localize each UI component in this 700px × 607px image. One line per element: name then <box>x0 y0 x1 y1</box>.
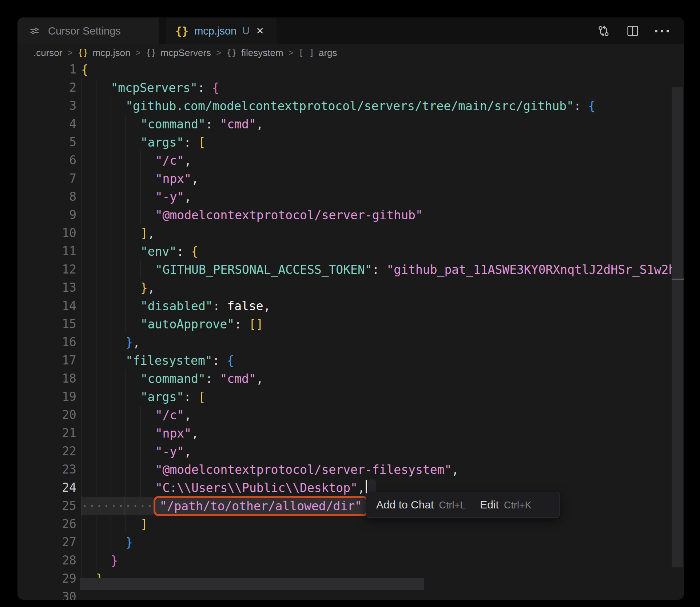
vertical-scrollbar[interactable] <box>672 87 683 567</box>
code-line[interactable]: 7"npx", <box>17 169 684 188</box>
code-content: "args": [ <box>81 388 206 406</box>
code-line[interactable]: 27} <box>17 533 684 551</box>
breadcrumb-item-filesystem[interactable]: {}filesystem <box>226 47 283 59</box>
code-editor[interactable]: 1{2"mcpServers": {3"github.com/modelcont… <box>17 60 684 600</box>
breadcrumb-label: .cursor <box>33 47 62 59</box>
code-line[interactable]: 4"command": "cmd", <box>17 115 684 133</box>
code-token: ] <box>140 226 148 240</box>
code-token: "@modelcontextprotocol/server-github" <box>155 208 423 222</box>
code-line[interactable]: 1{ <box>17 60 684 79</box>
breadcrumb-item-mcpServers[interactable]: {}mcpServers <box>146 47 211 59</box>
indent-guide <box>81 79 96 97</box>
tab-mcp-json[interactable]: {} mcp.json U ✕ <box>166 17 277 44</box>
code-content: ] <box>81 515 148 533</box>
indent-guide <box>96 297 111 315</box>
edit-button[interactable]: Edit Ctrl+K <box>480 499 531 511</box>
code-line[interactable]: 22"-y", <box>17 442 684 460</box>
tab-label: mcp.json <box>194 25 236 37</box>
code-line[interactable]: 10], <box>17 224 684 242</box>
line-number: 22 <box>32 442 76 460</box>
code-token: "@modelcontextprotocol/server-filesystem… <box>155 463 452 477</box>
code-content: "-y", <box>81 442 191 460</box>
code-line[interactable]: 12"GITHUB_PERSONAL_ACCESS_TOKEN": "githu… <box>17 260 684 279</box>
highlight-annotation-box[interactable]: "/path/to/other/allowed/dir" <box>154 496 368 516</box>
tab-cursor-settings[interactable]: Cursor Settings <box>17 17 159 44</box>
tab-bar: Cursor Settings {} mcp.json U ✕ <box>17 17 684 44</box>
breadcrumb-separator-icon: > <box>289 48 294 58</box>
indent-guide <box>96 115 111 133</box>
code-line[interactable]: 2"mcpServers": { <box>17 79 684 97</box>
code-line[interactable]: 26] <box>17 515 684 533</box>
breadcrumb-item-args[interactable]: [ ]args <box>299 47 337 59</box>
indent-guide <box>126 224 140 242</box>
code-line[interactable]: 15"autoApprove": [] <box>17 315 684 333</box>
line-number: 7 <box>32 169 76 188</box>
code-content: "GITHUB_PERSONAL_ACCESS_TOKEN": "github_… <box>81 260 683 279</box>
horizontal-scrollbar[interactable] <box>80 578 424 590</box>
code-token: "args" <box>140 390 184 404</box>
indent-guide <box>126 388 140 406</box>
code-token: "-y" <box>155 444 184 459</box>
breadcrumb-item-mcpjson[interactable]: {}mcp.json <box>77 47 130 59</box>
code-line[interactable]: 17"filesystem": { <box>17 351 684 370</box>
code-token: "disabled" <box>140 299 213 313</box>
indent-guide <box>81 424 96 442</box>
code-line[interactable]: 25··········"/path/to/other/allowed/dir" <box>17 497 684 515</box>
indent-guide <box>96 79 111 97</box>
indent-guide <box>126 133 140 151</box>
code-token: "npx" <box>155 172 191 186</box>
code-line[interactable]: 11"env": { <box>17 242 684 260</box>
code-content: ], <box>81 224 155 242</box>
ai-action-popup: Add to Chat Ctrl+L Edit Ctrl+K <box>366 492 560 518</box>
code-token: "mcpServers" <box>111 81 197 95</box>
line-number: 12 <box>32 260 76 279</box>
code-line[interactable]: 16}, <box>17 333 684 351</box>
editor-window: Cursor Settings {} mcp.json U ✕ <box>17 17 684 600</box>
code-line[interactable]: 6"/c", <box>17 151 684 169</box>
indent-guide <box>126 442 140 460</box>
code-token: : <box>176 244 191 259</box>
indent-guide <box>96 242 111 260</box>
indent-guide <box>96 169 111 188</box>
code-line[interactable]: 3"github.com/modelcontextprotocol/server… <box>17 97 684 115</box>
indent-guide <box>140 151 155 169</box>
code-line[interactable]: 8"-y", <box>17 188 684 206</box>
indent-guide <box>81 297 96 315</box>
code-line[interactable]: 24"C:\\Users\\Public\\Desktop", <box>17 479 684 497</box>
code-token: : <box>212 354 227 368</box>
code-content: "mcpServers": { <box>81 79 219 97</box>
split-editor-icon[interactable] <box>625 23 640 39</box>
code-line[interactable]: 14"disabled": false, <box>17 297 684 315</box>
breadcrumb-item-cursor[interactable]: .cursor <box>33 47 62 59</box>
indent-guide <box>111 479 126 497</box>
code-line[interactable]: 9"@modelcontextprotocol/server-github" <box>17 206 684 224</box>
code-content: }, <box>81 279 155 297</box>
code-token: : <box>206 372 220 386</box>
breadcrumb-separator-icon: > <box>135 48 140 58</box>
code-line[interactable]: 13}, <box>17 279 684 297</box>
indent-guide <box>96 97 111 115</box>
code-content: "/c", <box>81 151 191 169</box>
indent-guide <box>140 424 155 442</box>
code-line[interactable]: 28} <box>17 551 684 570</box>
indent-guide <box>81 242 96 260</box>
indent-guide <box>81 315 96 333</box>
code-line[interactable]: 23"@modelcontextprotocol/server-filesyst… <box>17 460 684 479</box>
indent-guide <box>126 370 140 388</box>
line-number: 25 <box>32 497 76 515</box>
code-line[interactable]: 5"args": [ <box>17 133 684 151</box>
editor-actions <box>596 17 669 44</box>
code-line[interactable]: 20"/c", <box>17 406 684 424</box>
code-line[interactable]: 21"npx", <box>17 424 684 442</box>
code-line[interactable]: 18"command": "cmd", <box>17 370 684 388</box>
indent-guide <box>111 260 126 279</box>
code-line[interactable]: 19"args": [ <box>17 388 684 406</box>
breadcrumb-separator-icon: > <box>216 48 221 58</box>
line-number: 23 <box>32 460 76 479</box>
close-tab-icon[interactable]: ✕ <box>256 25 264 37</box>
add-to-chat-button[interactable]: Add to Chat Ctrl+L <box>376 499 465 511</box>
open-changes-icon[interactable] <box>596 23 611 39</box>
line-number: 29 <box>32 570 76 588</box>
indent-guide <box>111 515 126 533</box>
more-actions-icon[interactable] <box>654 23 669 39</box>
